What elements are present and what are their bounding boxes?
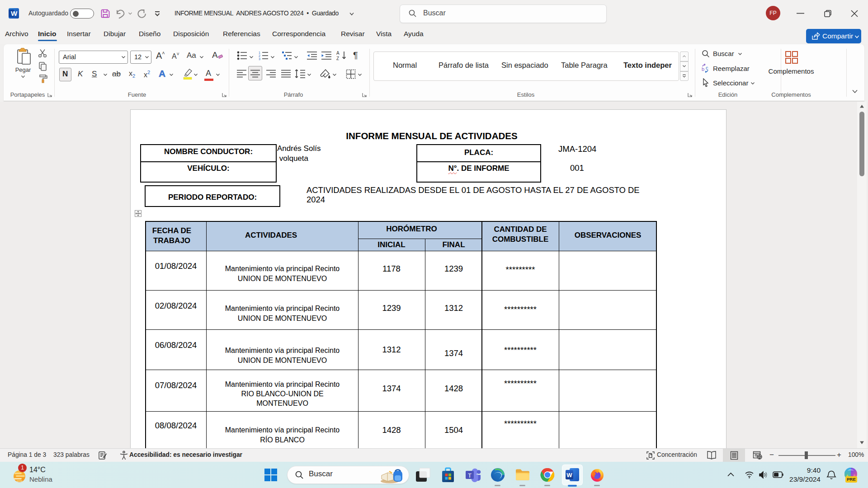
svg-text:A: A bbox=[336, 51, 340, 56]
svg-text:3: 3 bbox=[259, 57, 260, 61]
svg-text:2: 2 bbox=[259, 54, 260, 57]
svg-text:1: 1 bbox=[259, 51, 260, 54]
svg-text:Z: Z bbox=[336, 56, 339, 61]
svg-text:T: T bbox=[468, 472, 472, 479]
svg-text:W: W bbox=[566, 472, 572, 479]
svg-text:c: c bbox=[706, 65, 708, 70]
svg-text:b: b bbox=[702, 66, 704, 72]
